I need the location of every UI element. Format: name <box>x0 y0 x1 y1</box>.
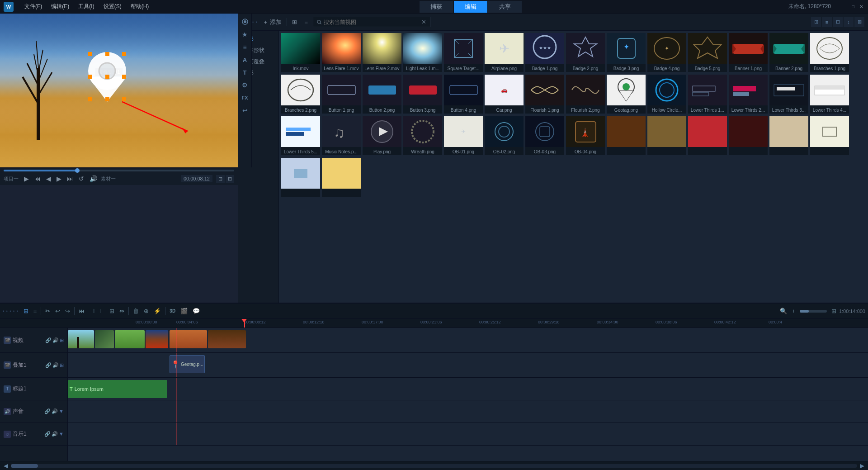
media-item-button3[interactable]: Button 3.png <box>403 74 443 114</box>
media-item-lt3[interactable]: Lower Thirds 3... <box>769 74 809 114</box>
media-item-badge5[interactable]: Badge 5.png <box>688 33 727 72</box>
media-item-lt1[interactable]: Lower Thirds 1... <box>688 74 727 114</box>
tl-redo[interactable]: ↪ <box>63 307 72 315</box>
ltool-star[interactable]: ★ <box>240 29 250 40</box>
clip-sunset1[interactable] <box>146 330 168 348</box>
clip-desert1[interactable] <box>170 330 207 348</box>
tl-storyboard[interactable]: ⊞ <box>22 307 30 315</box>
ltool-title[interactable]: T <box>240 67 250 78</box>
grid-view-button[interactable]: ⊞ <box>290 18 299 26</box>
progress-bar[interactable] <box>4 170 234 171</box>
tl-3d[interactable]: 3D <box>168 308 177 314</box>
media-item-row4e[interactable] <box>769 116 809 156</box>
media-item-flare2[interactable]: Lens Flare 2.mov <box>362 33 402 72</box>
media-item-hollow[interactable]: Hollow Circle... <box>647 74 687 114</box>
volume-button[interactable]: 🔊 <box>88 174 99 183</box>
media-item-banner1[interactable]: Banner 1.png <box>728 33 768 72</box>
media-item-button2[interactable]: Button 2.png <box>362 74 402 114</box>
media-item-badge1[interactable]: ★★★ Badge 1.png <box>525 33 565 72</box>
track-audio-overlay[interactable]: 🔊 <box>52 362 59 368</box>
tab-edit[interactable]: 编辑 <box>454 1 487 13</box>
media-item-row4b[interactable] <box>647 116 687 156</box>
ltool-text[interactable]: A <box>240 54 250 65</box>
view-small-button[interactable]: ⊟ <box>833 17 843 27</box>
tab-capture[interactable]: 捕获 <box>420 1 453 13</box>
clip-geotag[interactable]: 📍 Geotag.p... <box>170 355 205 373</box>
zoom-slider[interactable] <box>800 310 827 313</box>
zoom-in[interactable]: + <box>790 307 797 315</box>
media-item-branches2[interactable]: Branches 2.png <box>281 74 321 114</box>
tl-split-right[interactable]: ⊢ <box>98 307 106 315</box>
view-large-button[interactable]: ⊞ <box>811 17 821 27</box>
media-item-badge4[interactable]: ✦ Badge 4.png <box>647 33 687 72</box>
step-fwd-button[interactable]: ▶ <box>55 174 63 183</box>
media-item-badge3[interactable]: ✦ Badge 3.png <box>606 33 646 72</box>
media-item-button1[interactable]: Button 1.png <box>321 74 361 114</box>
media-item-geotag[interactable]: Geotag.png <box>606 74 646 114</box>
add-media-button[interactable]: ＋ 添加 <box>260 17 284 27</box>
media-item-lightle[interactable]: Light Leak 1.m... <box>403 33 443 72</box>
media-item-flourish2[interactable]: Flourish 2.png <box>566 74 605 114</box>
tl-undo[interactable]: ↩ <box>53 307 62 315</box>
fit-button[interactable]: ⊡ <box>216 175 225 183</box>
ltool-list[interactable]: ≡ <box>240 42 250 52</box>
filter-button[interactable]: ⊠ <box>854 17 864 27</box>
tl-ripple[interactable]: ⇔ <box>118 307 126 315</box>
track-expand-music[interactable]: ▼ <box>59 431 64 437</box>
track-audio-video[interactable]: 🔊 <box>52 337 59 343</box>
track-link-video[interactable]: 🔗 <box>45 337 52 343</box>
media-item-squaret[interactable]: Square Target... <box>443 33 483 72</box>
tab-share[interactable]: 共享 <box>488 1 522 13</box>
menu-file[interactable]: 文件(F) <box>21 2 46 11</box>
play-button[interactable]: ▶ <box>22 174 31 183</box>
win-maximize[interactable]: □ <box>850 4 856 10</box>
clip-desert2[interactable] <box>208 330 246 348</box>
track-link-music[interactable]: 🔗 <box>44 431 51 437</box>
tl-cut[interactable]: ✂ <box>43 307 52 315</box>
media-item-row4a[interactable] <box>606 116 646 156</box>
tl-trim[interactable]: ⊞ <box>108 307 116 315</box>
tl-timeline[interactable]: ≡ <box>32 307 39 315</box>
track-vol-music[interactable]: 🔊 <box>52 431 58 437</box>
media-item-row4d[interactable] <box>728 116 768 156</box>
media-item-play[interactable]: Play.png <box>362 116 402 156</box>
media-item-airplane[interactable]: ✈ Airplane.png <box>484 33 524 72</box>
clip-tree2[interactable] <box>95 330 114 348</box>
tl-split-left[interactable]: ⊣ <box>88 307 96 315</box>
media-item-ink[interactable]: Ink.mov <box>281 33 321 72</box>
tl-subtitle[interactable]: 💬 <box>191 307 202 315</box>
track-link-audio[interactable]: 🔗 <box>44 408 51 414</box>
media-item-lt2[interactable]: Lower Thirds 2... <box>728 74 768 114</box>
media-item-flare1[interactable]: Lens Flare 1.mov <box>321 33 361 72</box>
menu-tools[interactable]: 工具(I) <box>75 2 98 11</box>
fullscreen-button[interactable]: ⊞ <box>226 175 234 183</box>
zoom-out[interactable]: 🔍 <box>778 307 789 315</box>
prev-frame-button[interactable]: ⏮ <box>33 174 42 183</box>
win-close[interactable]: ✕ <box>858 4 864 10</box>
media-item-flourish1[interactable]: Flourish 1.png <box>525 74 565 114</box>
media-item-row4c[interactable] <box>688 116 727 156</box>
zoom-fit[interactable]: ⊞ <box>830 307 838 315</box>
win-minimize[interactable]: — <box>842 4 848 10</box>
ltool-capture[interactable] <box>240 16 250 27</box>
timeline-scrollbar[interactable] <box>11 464 857 468</box>
track-link-overlay[interactable]: 🔗 <box>45 362 52 368</box>
media-item-car[interactable]: 🚗 Car.png <box>484 74 524 114</box>
tl-mix[interactable]: ⊕ <box>142 307 151 315</box>
tl-start[interactable]: ⏮ <box>77 307 86 315</box>
media-item-wreath[interactable]: Wreath.png <box>403 116 443 156</box>
media-item-music[interactable]: ♫ Music Notes.p... <box>321 116 361 156</box>
track-vol-audio[interactable]: 🔊 <box>52 408 58 414</box>
ltool-overlay[interactable]: ⚙ <box>240 80 250 90</box>
tl-scroll-left[interactable]: ◀ <box>4 462 8 469</box>
track-expand-audio[interactable]: ▼ <box>59 408 64 414</box>
track-lock-overlay[interactable]: ⊞ <box>60 362 64 368</box>
clip-grass[interactable] <box>115 330 145 348</box>
media-item-row4f[interactable] <box>810 116 849 156</box>
sort-button[interactable]: ↕ <box>844 17 854 27</box>
ltool-motion[interactable]: ↩ <box>240 105 250 116</box>
next-frame-button[interactable]: ⏭ <box>65 174 75 183</box>
media-item-ob1[interactable]: ✈ OB-01.png <box>443 116 483 156</box>
media-item-ob2[interactable]: OB-02.png <box>484 116 524 156</box>
view-medium-button[interactable]: ≡ <box>822 17 832 27</box>
